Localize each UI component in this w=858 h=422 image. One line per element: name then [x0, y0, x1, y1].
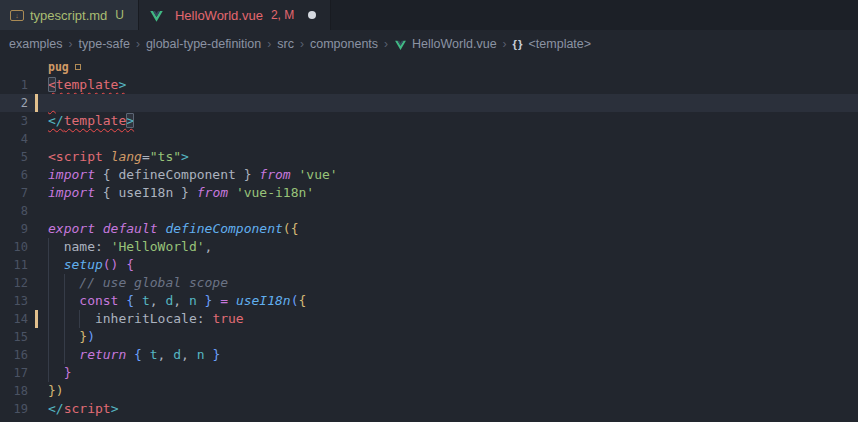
code-token: { — [126, 293, 134, 308]
line-number[interactable]: 12 — [0, 274, 28, 292]
code-token: = — [220, 293, 228, 308]
breadcrumb-item-src[interactable]: src — [277, 37, 294, 51]
code-line-19[interactable]: 19</script> — [0, 400, 858, 418]
code-text: setup() { — [48, 256, 134, 274]
code-line-18[interactable]: 18}) — [0, 382, 858, 400]
code-token: > — [118, 77, 126, 92]
code-token — [48, 365, 64, 380]
code-text: import { useI18n } from 'vue-i18n' — [48, 184, 314, 202]
code-line-2[interactable]: 2 — [0, 94, 858, 112]
code-token: > — [126, 113, 134, 128]
line-number[interactable]: 17 — [0, 364, 28, 382]
code-token: d — [173, 347, 181, 362]
tab-helloworld-vue[interactable]: HelloWorld.vue 2, M — [139, 0, 331, 30]
code-token: { — [134, 347, 142, 362]
pin-box-icon — [75, 64, 81, 70]
code-token: const — [79, 293, 118, 308]
code-token: lang — [111, 149, 142, 164]
breadcrumb-item-components[interactable]: components — [310, 37, 378, 51]
breadcrumb-item-examples[interactable]: examples — [9, 37, 63, 51]
code-token: , — [181, 347, 197, 362]
breadcrumb-item-type-safe[interactable]: type-safe — [79, 37, 130, 51]
code-line-3[interactable]: 3</template> — [0, 112, 858, 130]
code-token — [48, 347, 79, 362]
code-token: t — [150, 347, 158, 362]
code-line-17[interactable]: 17 } — [0, 364, 858, 382]
code-token: t — [142, 293, 150, 308]
line-number[interactable]: 5 — [0, 148, 28, 166]
code-token: } — [48, 383, 56, 398]
code-line-14[interactable]: 14 inheritLocale: true — [0, 310, 858, 328]
code-token: , — [158, 347, 174, 362]
line-number[interactable]: 3 — [0, 112, 28, 130]
code-line-16[interactable]: 16 return { t, d, n } — [0, 346, 858, 364]
vue-icon — [149, 9, 164, 24]
line-number[interactable]: 1 — [0, 76, 28, 94]
tab-typescript-md[interactable]: ↓ typescript.md U — [0, 0, 139, 30]
line-number[interactable]: 15 — [0, 328, 28, 346]
git-modified-marker[interactable] — [35, 310, 38, 328]
markdown-icon: ↓ — [10, 10, 24, 21]
code-token — [197, 293, 205, 308]
breadcrumb-item-file[interactable]: HelloWorld.vue — [412, 37, 497, 51]
code-line-10[interactable]: 10 name: 'HelloWorld', — [0, 238, 858, 256]
line-number[interactable]: 11 — [0, 256, 28, 274]
code-token: // use global scope — [79, 275, 228, 290]
code-text: <script lang="ts"> — [48, 148, 189, 166]
code-line-6[interactable]: 6import { defineComponent } from 'vue' — [0, 166, 858, 184]
line-number[interactable]: 10 — [0, 238, 28, 256]
code-line-4[interactable]: 4 — [0, 130, 858, 148]
line-number[interactable]: 19 — [0, 400, 28, 418]
tab-label: typescript.md — [30, 8, 107, 23]
breadcrumb-item-global-type-definition[interactable]: global-type-definition — [146, 37, 261, 51]
code-line-5[interactable]: 5<script lang="ts"> — [0, 148, 858, 166]
line-number[interactable]: 2 — [0, 94, 28, 112]
code-token: export — [48, 221, 95, 236]
code-token: } — [173, 185, 196, 200]
breadcrumb-item-template-symbol[interactable]: <template> — [529, 37, 592, 51]
breadcrumb-separator: › — [267, 37, 271, 51]
code-line-7[interactable]: 7import { useI18n } from 'vue-i18n' — [0, 184, 858, 202]
code-token — [142, 347, 150, 362]
code-token: ( — [291, 293, 299, 308]
line-number[interactable]: 16 — [0, 346, 28, 364]
code-token: ( — [283, 221, 291, 236]
code-text — [48, 94, 56, 112]
line-number[interactable]: 9 — [0, 220, 28, 238]
code-editor[interactable]: pug 1<template>2 3</template>45<script l… — [0, 58, 858, 418]
line-number[interactable]: 14 — [0, 310, 28, 328]
code-token: , — [150, 293, 166, 308]
code-text: </script> — [48, 400, 118, 418]
code-line-15[interactable]: 15 }) — [0, 328, 858, 346]
code-line-1[interactable]: 1<template> — [0, 76, 858, 94]
code-text: <template> — [48, 76, 126, 94]
code-text: }) — [48, 328, 95, 346]
code-token — [48, 257, 64, 272]
breadcrumb-separator: › — [69, 37, 73, 51]
git-modified-marker[interactable] — [35, 94, 38, 112]
template-lang-hint[interactable]: pug — [0, 58, 858, 76]
code-line-9[interactable]: 9export default defineComponent({ — [0, 220, 858, 238]
code-lines: 1<template>2 3</template>45<script lang=… — [0, 76, 858, 418]
code-token — [228, 185, 236, 200]
code-line-8[interactable]: 8 — [0, 202, 858, 220]
code-token — [48, 293, 79, 308]
line-number[interactable]: 7 — [0, 184, 28, 202]
code-token: { — [291, 221, 299, 236]
code-line-13[interactable]: 13 const { t, d, n } = useI18n({ — [0, 292, 858, 310]
code-text: export default defineComponent({ — [48, 220, 298, 238]
line-number[interactable]: 18 — [0, 382, 28, 400]
code-text: </template> — [48, 112, 134, 130]
unsaved-changes-dot[interactable] — [308, 11, 316, 19]
symbol-braces-icon: {} — [513, 38, 524, 50]
code-line-12[interactable]: 12 // use global scope — [0, 274, 858, 292]
code-token: = — [142, 149, 150, 164]
code-text: const { t, d, n } = useI18n({ — [48, 292, 306, 310]
line-number[interactable]: 4 — [0, 130, 28, 148]
code-token — [48, 329, 79, 344]
code-line-11[interactable]: 11 setup() { — [0, 256, 858, 274]
code-token: > — [181, 149, 189, 164]
line-number[interactable]: 13 — [0, 292, 28, 310]
line-number[interactable]: 6 — [0, 166, 28, 184]
line-number[interactable]: 8 — [0, 202, 28, 220]
